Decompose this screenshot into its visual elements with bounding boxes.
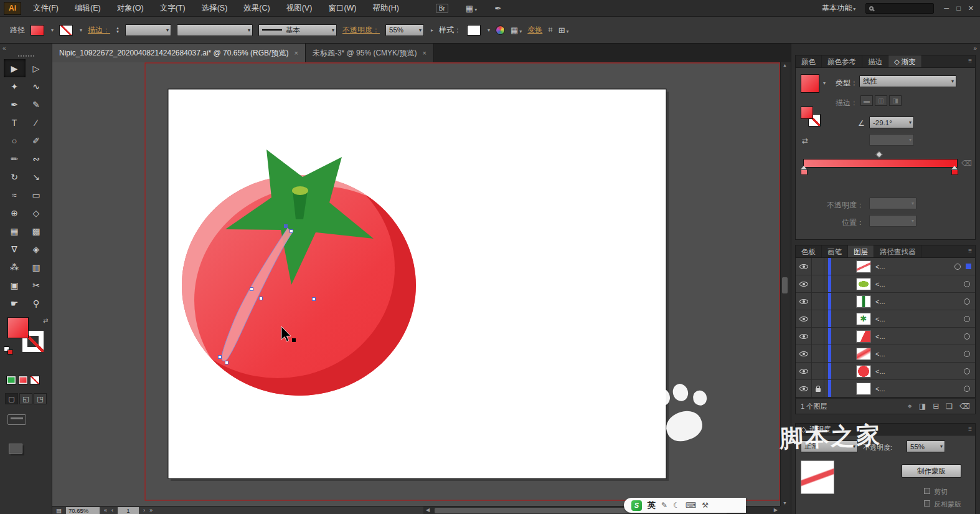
scroll-down-icon[interactable]: ▼ [783, 501, 787, 505]
layer-name[interactable]: <... [875, 333, 885, 340]
reverse-gradient-icon[interactable]: ⇄ [802, 136, 808, 145]
stroke-color-swatch[interactable] [59, 25, 73, 36]
gradient-button[interactable] [18, 376, 28, 384]
panel-menu-icon[interactable]: ≡ [968, 57, 972, 64]
gradient-thumbnail[interactable] [801, 74, 819, 93]
lock-toggle[interactable] [812, 275, 824, 292]
magic-wand-tool[interactable]: ✦ [4, 77, 26, 95]
arrange-documents-icon[interactable]: ▦▾ [466, 4, 477, 13]
gradient-bar[interactable] [803, 159, 958, 168]
search-input[interactable] [877, 4, 926, 12]
ime-toolbar[interactable]: S 英 ✎ ☾ ⌨ ⚒ [624, 498, 746, 513]
hand-tool[interactable]: ☛ [4, 294, 26, 312]
menu-object[interactable]: 对象(O) [109, 0, 152, 16]
target-icon[interactable] [964, 298, 970, 305]
scroll-up-icon[interactable]: ▲ [783, 63, 787, 67]
layer-row[interactable]: <... [796, 258, 975, 275]
lock-toggle[interactable] [812, 293, 824, 310]
scale-tool[interactable]: ↘ [26, 168, 47, 186]
make-mask-button[interactable]: 制作蒙版 [902, 464, 961, 478]
cs-live-icon[interactable]: ✒ [494, 4, 501, 13]
gradient-stop-left[interactable] [801, 169, 808, 175]
stroke-gradient-along-icon[interactable]: ◫ [875, 95, 887, 106]
visibility-toggle[interactable] [796, 293, 812, 310]
stroke-gradient-within-icon[interactable]: ▬ [860, 95, 873, 106]
lock-toggle[interactable] [812, 380, 824, 397]
toolbox-drag-handle[interactable] [18, 55, 34, 57]
scroll-left-icon[interactable]: ◀ [426, 507, 430, 513]
slice-tool[interactable]: ✂ [26, 276, 47, 294]
align-options-icon[interactable]: ▦▾ [511, 26, 522, 35]
document-tab-2[interactable]: 未标题-3* @ 95% (CMYK/预览) × [306, 44, 434, 62]
stroke-gradient-across-icon[interactable]: ◨ [889, 95, 902, 106]
layer-name[interactable]: <... [875, 280, 885, 288]
draw-behind-icon[interactable]: ◱ [19, 393, 32, 404]
collapse-right-dock-icon[interactable]: » [973, 45, 976, 52]
default-fill-stroke-icon[interactable] [4, 346, 13, 355]
symbol-sprayer-tool[interactable]: ⁂ [4, 258, 26, 276]
gradient-stop-right[interactable] [951, 169, 958, 175]
color-button[interactable] [6, 376, 16, 384]
first-artboard-button[interactable]: « [104, 507, 107, 513]
stroke-panel-link[interactable]: 描边： [88, 25, 110, 36]
previous-artboard-button[interactable]: ‹ [111, 507, 113, 513]
column-graph-tool[interactable]: ▥ [26, 258, 47, 276]
layer-row[interactable]: <... [796, 380, 975, 397]
zoom-tool[interactable]: ⚲ [26, 294, 47, 312]
layer-thumbnail[interactable] [856, 260, 871, 273]
blob-brush-tool[interactable]: ✎ [26, 95, 47, 113]
document-tab-2-close-icon[interactable]: × [422, 49, 426, 57]
layer-thumbnail[interactable] [856, 313, 871, 325]
style-swatch[interactable] [467, 25, 481, 36]
brush-definition-combo[interactable]: 基本 [258, 24, 337, 36]
transparency-opacity-combo[interactable]: 55% [907, 440, 945, 452]
blend-tool[interactable]: ◈ [26, 240, 47, 258]
stroke-weight-combo[interactable] [125, 24, 171, 36]
document-tab-1[interactable]: Nipic_10922672_20200408214242684037.ai* … [52, 44, 306, 62]
lock-toggle[interactable] [812, 363, 824, 379]
lock-toggle[interactable] [812, 310, 824, 327]
layer-name[interactable]: <... [875, 298, 885, 305]
ime-logo-icon[interactable]: S [631, 500, 642, 511]
zoom-level-combo[interactable]: 70.65% [66, 507, 100, 514]
layer-row[interactable]: <... [796, 345, 975, 363]
layer-name[interactable]: <... [875, 368, 885, 375]
visibility-toggle[interactable] [796, 310, 812, 327]
stroke-weight-stepper[interactable]: ▲▼ [116, 26, 120, 34]
panel-menu-icon[interactable]: ≡ [968, 426, 972, 432]
next-artboard-button[interactable]: › [143, 507, 145, 513]
gradient-thumb-dropdown-icon[interactable]: ▾ [823, 80, 826, 86]
menu-window[interactable]: 窗口(W) [320, 0, 364, 16]
gradient-angle-combo[interactable]: -29.1° [869, 117, 914, 128]
tab-color-guide[interactable]: 颜色参考 [822, 55, 862, 67]
type-tool[interactable]: T [4, 113, 26, 131]
perspective-grid-tool[interactable]: ◇ [26, 204, 47, 222]
tab-pathfinder[interactable]: 路径查找器 [874, 245, 922, 257]
opacity-link[interactable]: 不透明度： [342, 25, 380, 36]
rotate-tool[interactable]: ↻ [4, 168, 26, 186]
target-icon[interactable] [964, 386, 970, 392]
artboard-tool[interactable]: ▣ [4, 276, 26, 294]
layer-thumbnail[interactable] [856, 348, 871, 360]
target-icon[interactable] [964, 281, 970, 287]
width-tool[interactable]: ≈ [4, 186, 26, 204]
layer-row[interactable]: <... [796, 363, 975, 380]
vertical-scroll-thumb[interactable] [782, 277, 788, 293]
layer-thumbnail[interactable] [856, 383, 871, 395]
locate-object-icon[interactable]: ⌖ [908, 402, 912, 411]
new-layer-icon[interactable]: ❏ [946, 402, 953, 411]
layer-row[interactable]: <... [796, 310, 975, 328]
stem-top[interactable] [292, 186, 308, 195]
workspace-switcher[interactable]: 基本功能▾ [822, 3, 855, 14]
target-icon[interactable] [964, 333, 970, 340]
tab-layers[interactable]: 图层 [848, 245, 874, 257]
visibility-toggle[interactable] [796, 380, 812, 397]
shape-builder-tool[interactable]: ⊕ [4, 204, 26, 222]
visibility-toggle[interactable] [796, 275, 812, 292]
more-options-icon[interactable]: ⊞▾ [558, 26, 569, 35]
recolor-artwork-icon[interactable] [496, 26, 505, 35]
search-box[interactable] [865, 3, 934, 14]
document-tab-1-close-icon[interactable]: × [294, 49, 298, 57]
tab-brushes[interactable]: 画笔 [822, 245, 848, 257]
bridge-button[interactable]: Br [436, 4, 448, 13]
